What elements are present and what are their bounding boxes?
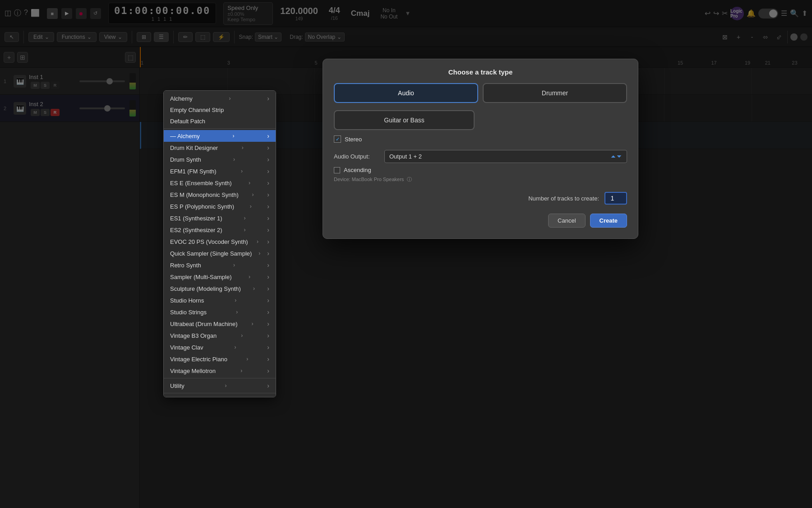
device-info-icon[interactable]: ⓘ (407, 177, 412, 182)
empty-channel-label: Empty Channel Strip (170, 107, 224, 113)
dialog-title: Choose a track type (334, 68, 627, 76)
menu-item-empty-channel[interactable]: Empty Channel Strip (164, 104, 276, 116)
default-patch-label: Default Patch (170, 118, 205, 125)
es2-label: ES2 (Synthesizer 2) (170, 227, 222, 233)
quick-sampler-label: Quick Sampler (Single Sample) (170, 250, 252, 257)
menu-item-vintage-mellotron[interactable]: Vintage Mellotron › (164, 365, 276, 377)
menu-item-esm[interactable]: ES M (Monophonic Synth) › (164, 189, 276, 200)
audio-output-value: Output 1 + 2 (389, 153, 422, 160)
sampler-label: Sampler (Multi-Sample) (170, 274, 232, 280)
alchemy-label: — Alchemy (170, 133, 200, 140)
ascending-checkbox[interactable] (334, 167, 340, 173)
drummer-type-btn[interactable]: Drummer (483, 83, 627, 103)
quick-sampler-chevron: › (258, 250, 260, 256)
cancel-button[interactable]: Cancel (548, 214, 585, 228)
ese-label: ES E (Ensemble Synth) (170, 180, 232, 186)
menu-sep-2 (164, 378, 276, 378)
menu-item-au-generators[interactable]: AU Generators › (164, 395, 276, 397)
menu-item-es2[interactable]: ES2 (Synthesizer 2) › (164, 224, 276, 236)
menu-item-sculpture[interactable]: Sculpture (Modeling Synth) › (164, 283, 276, 294)
stereo-check-mark: ✓ (336, 136, 340, 142)
menu-item-evoc[interactable]: EVOC 20 PS (Vocoder Synth) › (164, 236, 276, 247)
menu-item-default-patch[interactable]: Default Patch (164, 116, 276, 127)
menu-item-efm1[interactable]: EFM1 (FM Synth) › (164, 165, 276, 177)
vintage-b3-chevron: › (241, 332, 243, 339)
drum-kit-label: Drum Kit Designer (170, 144, 218, 151)
menu-item-ultrabeat[interactable]: Ultrabeat (Drum Machine) › (164, 318, 276, 330)
menu-item-quick-sampler[interactable]: Quick Sampler (Single Sample) › (164, 247, 276, 259)
menu-item-vintage-ep[interactable]: Vintage Electric Piano › (164, 353, 276, 365)
sampler-chevron: › (249, 274, 250, 280)
audio-type-btn[interactable]: Audio (334, 83, 478, 103)
esm-label: ES M (Monophonic Synth) (170, 191, 239, 198)
menu-item-drum-synth[interactable]: Drum Synth › (164, 154, 276, 165)
menu-item-studio-strings[interactable]: Studio Strings › (164, 306, 276, 318)
menu-item-vintage-clav[interactable]: Vintage Clav › (164, 341, 276, 353)
tracks-create-prefix: Number of tracks t (528, 195, 576, 202)
vintage-ep-chevron: › (246, 356, 248, 362)
stereo-label: Stereo (345, 136, 362, 143)
efm1-chevron: › (241, 168, 243, 174)
vintage-ep-label: Vintage Electric Piano (170, 356, 227, 363)
menu-item-es1[interactable]: ES1 (Synthesizer 1) › (164, 212, 276, 224)
menu-item-utility[interactable]: Utility › (164, 380, 276, 391)
alchemy-chevron: › (233, 133, 235, 139)
device-label: Device: MacBook Pro Speakers (334, 177, 404, 182)
alchemy-top-chevron: › (229, 95, 231, 102)
studio-horns-label: Studio Horns (170, 297, 204, 304)
utility-label: Utility (170, 382, 185, 389)
modal-overlay: Alchemy › Empty Channel Strip Default Pa… (0, 0, 812, 508)
vintage-b3-label: Vintage B3 Organ (170, 332, 217, 339)
evoc-label: EVOC 20 PS (Vocoder Synth) (170, 238, 248, 245)
menu-item-vintage-b3[interactable]: Vintage B3 Organ › (164, 330, 276, 341)
sculpture-label: Sculpture (Modeling Synth) (170, 285, 241, 292)
create-button[interactable]: Create (590, 214, 627, 228)
guitar-bass-type-btn[interactable]: Guitar or Bass (334, 110, 475, 130)
dialog-footer: Cancel Create (334, 214, 627, 228)
menu-item-alchemy[interactable]: — Alchemy › (164, 130, 276, 142)
sculpture-chevron: › (253, 285, 255, 292)
esm-chevron: › (252, 191, 254, 198)
vintage-mellotron-label: Vintage Mellotron (170, 368, 216, 374)
esp-label: ES P (Polyphonic Synth) (170, 203, 234, 210)
menu-item-alchemy-top[interactable]: Alchemy › (164, 93, 276, 104)
ultrabeat-label: Ultrabeat (Drum Machine) (170, 321, 238, 327)
choose-track-type-dialog: Choose a track type Audio Drummer Guitar… (323, 59, 638, 239)
es1-chevron: › (244, 215, 245, 221)
tracks-count-input[interactable] (604, 192, 627, 205)
menu-sep-3 (164, 393, 276, 393)
esp-chevron: › (250, 203, 252, 210)
utility-chevron: › (225, 382, 227, 389)
vintage-mellotron-chevron: › (240, 368, 242, 374)
output-select-chevron: ⏶⏷ (610, 153, 622, 160)
studio-strings-label: Studio Strings (170, 309, 207, 316)
menu-item-studio-horns[interactable]: Studio Horns › (164, 294, 276, 306)
tracks-count-row: Number of tracks to create: (334, 192, 627, 205)
menu-item-sampler[interactable]: Sampler (Multi-Sample) › (164, 271, 276, 283)
drum-synth-chevron: › (233, 156, 235, 163)
audio-output-select[interactable]: Output 1 + 2 ⏶⏷ (384, 150, 627, 163)
menu-item-retro-synth[interactable]: Retro Synth › (164, 259, 276, 271)
ascending-label: Ascending (344, 167, 371, 173)
menu-item-drum-kit[interactable]: Drum Kit Designer › (164, 142, 276, 154)
audio-output-label: Audio Output: (334, 153, 379, 160)
stereo-row: ✓ Stereo (334, 135, 627, 143)
studio-strings-chevron: › (236, 309, 238, 315)
menu-item-ese[interactable]: ES E (Ensemble Synth) › (164, 177, 276, 189)
ese-chevron: › (249, 180, 250, 186)
evoc-chevron: › (257, 238, 258, 245)
es1-label: ES1 (Synthesizer 1) (170, 215, 222, 222)
retro-synth-label: Retro Synth (170, 262, 201, 269)
plugin-menu: Alchemy › Empty Channel Strip Default Pa… (163, 90, 276, 397)
track-type-buttons: Audio Drummer (334, 83, 627, 103)
alchemy-top-label: Alchemy (170, 95, 193, 102)
stereo-checkbox[interactable]: ✓ (334, 135, 341, 143)
device-row: Device: MacBook Pro Speakers ⓘ (334, 176, 627, 183)
vintage-clav-chevron: › (234, 344, 236, 350)
drum-kit-chevron: › (242, 144, 244, 151)
au-generators-label: AU Generators (170, 397, 209, 398)
vintage-clav-label: Vintage Clav (170, 344, 203, 351)
retro-synth-chevron: › (233, 262, 235, 268)
audio-output-row: Audio Output: Output 1 + 2 ⏶⏷ (334, 150, 627, 163)
menu-item-esp[interactable]: ES P (Polyphonic Synth) › (164, 200, 276, 212)
